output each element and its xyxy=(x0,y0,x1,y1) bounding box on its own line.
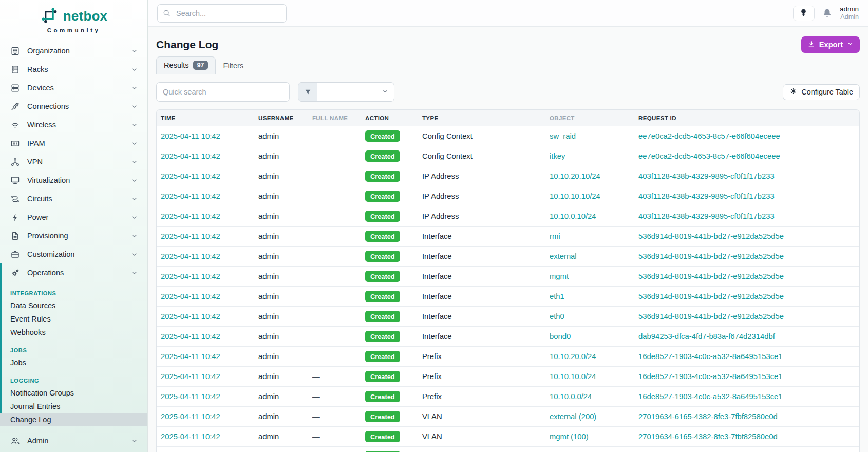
request-id-link[interactable]: ee7e0ca2-dcd5-4653-8c57-e66f604eceee xyxy=(638,132,780,140)
object-link[interactable]: bond0 xyxy=(550,332,571,341)
user-menu[interactable]: admin Admin xyxy=(840,5,859,21)
request-id-link[interactable]: 27019634-6165-4382-8fe3-7fbf82580e0d xyxy=(638,432,778,441)
time-link[interactable]: 2025-04-11 10:42 xyxy=(161,232,220,240)
object-link[interactable]: 10.10.20.0/24 xyxy=(550,352,596,361)
configure-table-button[interactable]: Configure Table xyxy=(783,84,860,100)
quick-search-input[interactable] xyxy=(156,82,290,102)
object-link[interactable]: 10.10.10.0/24 xyxy=(550,372,596,381)
sidebar-item-devices[interactable]: Devices xyxy=(0,79,147,97)
time-link[interactable]: 2025-04-11 10:42 xyxy=(161,312,220,321)
sidebar-item-virtualization[interactable]: Virtualization xyxy=(0,171,147,190)
time-link[interactable]: 2025-04-11 10:42 xyxy=(161,132,220,140)
request-id-link[interactable]: 536d914d-8019-441b-bd27-e912da525d5e xyxy=(638,312,784,321)
action-cell: Created xyxy=(361,447,418,452)
time-link[interactable]: 2025-04-11 10:42 xyxy=(161,352,220,361)
object-cell: bond0 xyxy=(545,327,634,347)
export-button[interactable]: Export xyxy=(801,36,860,53)
sidebar-item-ipam[interactable]: IPAM xyxy=(0,134,147,153)
results-count-badge: 97 xyxy=(193,61,209,70)
time-link[interactable]: 2025-04-11 10:42 xyxy=(161,372,220,381)
notifications-bell-icon[interactable] xyxy=(822,8,833,18)
object-link[interactable]: 10.10.0.10/24 xyxy=(550,212,596,220)
request-id-cell: 27019634-6165-4382-8fe3-7fbf82580e0d xyxy=(634,407,859,427)
sidebar-item-connections[interactable]: Connections xyxy=(0,97,147,116)
object-link[interactable]: itkey xyxy=(550,152,565,160)
sidebar-item-webhooks[interactable]: Webhooks xyxy=(2,326,147,339)
theme-toggle-button[interactable] xyxy=(793,6,815,21)
request-id-link[interactable]: ee7e0ca2-dcd5-4653-8c57-e66f604eceee xyxy=(638,152,780,160)
sidebar-item-provisioning[interactable]: Provisioning xyxy=(0,227,147,245)
sidebar-item-label: Power xyxy=(27,213,48,221)
object-cell: eth1 xyxy=(545,287,634,307)
sidebar-item-label: Racks xyxy=(27,65,48,73)
time-link[interactable]: 2025-04-11 10:42 xyxy=(161,432,220,441)
sidebar-item-data-sources[interactable]: Data Sources xyxy=(2,299,147,312)
tab-filters[interactable]: Filters xyxy=(216,58,251,74)
object-link[interactable]: 10.10.0.0/24 xyxy=(550,392,592,401)
request-id-link[interactable]: 403f1128-438b-4329-9895-cf0f1f17b233 xyxy=(638,192,775,200)
action-created-badge: Created xyxy=(365,130,400,142)
action-cell: Created xyxy=(361,287,418,307)
object-link[interactable]: 10.10.10.10/24 xyxy=(550,192,600,200)
request-id-link[interactable]: 16de8527-1903-4c0c-a532-8a6495153ce1 xyxy=(638,352,783,361)
bolt-icon xyxy=(10,213,20,222)
request-id-link[interactable]: dab94253-dfca-4fd7-b83a-f674d2314dbf xyxy=(638,332,775,341)
time-link[interactable]: 2025-04-11 10:42 xyxy=(161,172,220,180)
sidebar-item-wireless[interactable]: Wireless xyxy=(0,116,147,134)
sidebar-item-power[interactable]: Power xyxy=(0,208,147,227)
object-link[interactable]: mgmt (100) xyxy=(550,432,589,441)
time-link[interactable]: 2025-04-11 10:42 xyxy=(161,152,220,160)
sidebar-item-customization[interactable]: Customization xyxy=(0,245,147,263)
time-cell: 2025-04-11 10:42 xyxy=(157,206,254,227)
sidebar-item-vpn[interactable]: VPN xyxy=(0,153,147,171)
brand[interactable]: netbox Community xyxy=(0,0,147,37)
time-link[interactable]: 2025-04-11 10:42 xyxy=(161,252,220,260)
sidebar-item-organization[interactable]: Organization xyxy=(0,42,147,60)
object-link[interactable]: rmi xyxy=(550,232,560,240)
column-header-username[interactable]: USERNAME xyxy=(254,110,308,126)
request-id-link[interactable]: 16de8527-1903-4c0c-a532-8a6495153ce1 xyxy=(638,392,783,401)
sidebar-item-circuits[interactable]: Circuits xyxy=(0,190,147,208)
object-link[interactable]: 10.10.20.10/24 xyxy=(550,172,600,180)
object-link[interactable]: sw_raid xyxy=(550,132,576,140)
sidebar-item-operations[interactable]: Operations xyxy=(2,263,147,282)
time-cell: 2025-04-11 10:42 xyxy=(157,227,254,247)
column-header-request-id[interactable]: REQUEST ID xyxy=(634,110,859,126)
sidebar-item-jobs[interactable]: Jobs xyxy=(2,356,147,369)
sidebar-item-admin[interactable]: Admin xyxy=(0,431,147,450)
request-id-link[interactable]: 536d914d-8019-441b-bd27-e912da525d5e xyxy=(638,272,784,280)
sidebar-item-change-log[interactable]: Change Log xyxy=(0,413,147,426)
tab-results[interactable]: Results 97 xyxy=(156,56,216,74)
request-id-link[interactable]: 27019634-6165-4382-8fe3-7fbf82580e0d xyxy=(638,412,778,421)
time-link[interactable]: 2025-04-11 10:42 xyxy=(161,272,220,280)
column-header-type[interactable]: TYPE xyxy=(418,110,545,126)
column-header-action[interactable]: ACTION xyxy=(361,110,418,126)
time-cell: 2025-04-11 10:42 xyxy=(157,186,254,206)
sidebar-item-journal-entries[interactable]: Journal Entries xyxy=(2,400,147,413)
time-link[interactable]: 2025-04-11 10:42 xyxy=(161,212,220,220)
column-header-time[interactable]: TIME xyxy=(157,110,254,126)
sidebar-item-racks[interactable]: Racks xyxy=(0,60,147,79)
global-search-input[interactable] xyxy=(157,4,287,23)
time-link[interactable]: 2025-04-11 10:42 xyxy=(161,332,220,341)
action-filter-select[interactable] xyxy=(298,82,394,102)
sidebar-item-event-rules[interactable]: Event Rules xyxy=(2,312,147,326)
object-link[interactable]: eth0 xyxy=(550,312,564,321)
request-id-link[interactable]: 403f1128-438b-4329-9895-cf0f1f17b233 xyxy=(638,212,775,220)
time-link[interactable]: 2025-04-11 10:42 xyxy=(161,292,220,300)
object-link[interactable]: external xyxy=(550,252,577,260)
object-link[interactable]: external (200) xyxy=(550,412,596,421)
object-link[interactable]: mgmt xyxy=(550,272,569,280)
request-id-link[interactable]: 403f1128-438b-4329-9895-cf0f1f17b233 xyxy=(638,172,775,180)
sidebar-item-label: Operations xyxy=(27,269,64,277)
request-id-link[interactable]: 536d914d-8019-441b-bd27-e912da525d5e xyxy=(638,292,784,300)
time-link[interactable]: 2025-04-11 10:42 xyxy=(161,192,220,200)
time-link[interactable]: 2025-04-11 10:42 xyxy=(161,392,220,401)
object-cell: 10.10.0.10/24 xyxy=(545,206,634,227)
request-id-link[interactable]: 536d914d-8019-441b-bd27-e912da525d5e xyxy=(638,232,784,240)
time-link[interactable]: 2025-04-11 10:42 xyxy=(161,412,220,421)
request-id-link[interactable]: 536d914d-8019-441b-bd27-e912da525d5e xyxy=(638,252,784,260)
object-link[interactable]: eth1 xyxy=(550,292,564,300)
request-id-link[interactable]: 16de8527-1903-4c0c-a532-8a6495153ce1 xyxy=(638,372,783,381)
sidebar-item-notification-groups[interactable]: Notification Groups xyxy=(2,386,147,400)
